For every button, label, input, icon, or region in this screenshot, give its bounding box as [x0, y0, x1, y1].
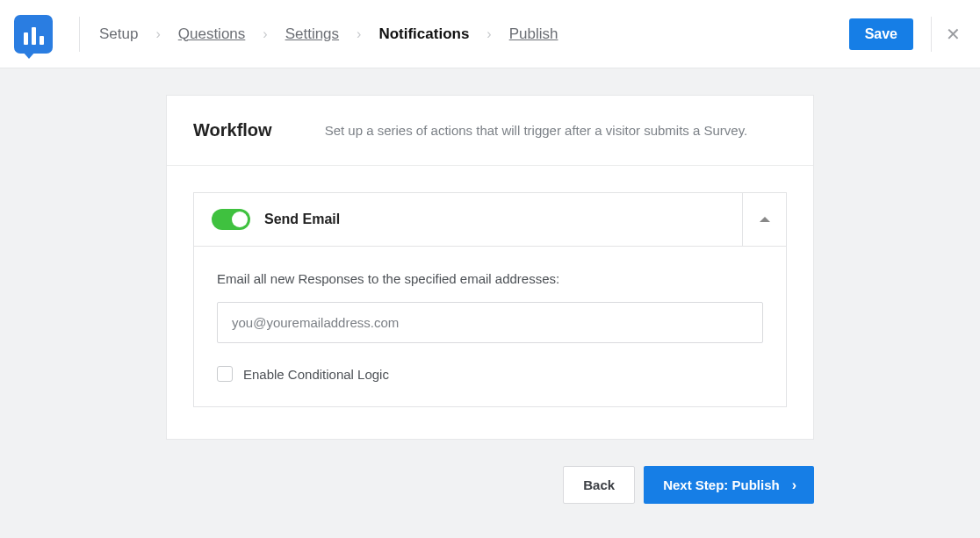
- send-email-toggle[interactable]: [212, 209, 250, 230]
- wizard-footer: Back Next Step: Publish ›: [166, 466, 814, 504]
- step-settings[interactable]: Settings: [285, 25, 339, 43]
- chevron-right-icon: ›: [792, 477, 796, 493]
- send-email-title: Send Email: [264, 212, 340, 227]
- send-email-accordion-body: Email all new Responses to the specified…: [193, 247, 787, 407]
- accordion-collapse-button[interactable]: [742, 193, 786, 246]
- email-addresses-input[interactable]: [217, 302, 763, 343]
- step-setup[interactable]: Setup: [99, 25, 138, 43]
- save-button[interactable]: Save: [849, 18, 913, 50]
- step-notifications[interactable]: Notifications: [378, 25, 469, 43]
- card-subtitle: Set up a series of actions that will tri…: [325, 123, 748, 138]
- card-title: Workflow: [193, 120, 272, 140]
- topbar: Setup › Questions › Settings › Notificat…: [0, 0, 980, 68]
- chevron-right-icon: ›: [263, 26, 267, 42]
- next-step-button[interactable]: Next Step: Publish ›: [644, 466, 814, 504]
- wizard-steps: Setup › Questions › Settings › Notificat…: [99, 25, 558, 43]
- divider: [931, 17, 932, 52]
- next-step-label: Next Step: Publish: [663, 477, 780, 492]
- caret-up-icon: [760, 217, 770, 222]
- card-header: Workflow Set up a series of actions that…: [167, 96, 813, 166]
- step-publish[interactable]: Publish: [509, 25, 558, 43]
- workflow-card: Workflow Set up a series of actions that…: [166, 95, 814, 440]
- logo-bars-icon: [24, 27, 44, 45]
- email-field-label: Email all new Responses to the specified…: [217, 271, 763, 286]
- chevron-right-icon: ›: [486, 26, 491, 42]
- app-logo[interactable]: [14, 15, 53, 54]
- close-icon[interactable]: ✕: [942, 20, 964, 48]
- send-email-accordion-header: Send Email: [193, 192, 787, 247]
- step-questions[interactable]: Questions: [178, 25, 246, 43]
- chevron-right-icon: ›: [357, 26, 361, 42]
- conditional-logic-label: Enable Conditional Logic: [243, 367, 389, 382]
- back-button[interactable]: Back: [563, 466, 635, 504]
- chevron-right-icon: ›: [155, 26, 160, 42]
- divider: [79, 17, 80, 52]
- conditional-logic-checkbox[interactable]: [217, 366, 233, 382]
